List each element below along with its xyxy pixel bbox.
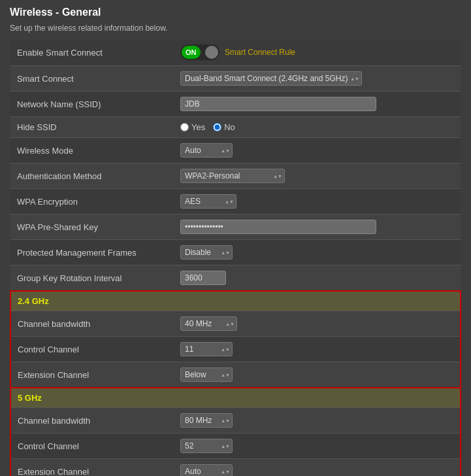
5ghz-channel-bw-select[interactable]: 20 MHz 40 MHz 80 MHz 160 MHz — [180, 413, 233, 428]
wpa-key-input[interactable] — [180, 220, 376, 234]
auth-method-select-wrapper: WPA2-Personal WPA-Personal Open System S… — [180, 169, 285, 183]
hide-ssid-no-radio[interactable] — [213, 123, 221, 131]
wpa-encryption-select-wrapper: AES TKIP TKIP+AES — [180, 194, 236, 209]
table-row: WPA Encryption AES TKIP TKIP+AES — [10, 189, 461, 214]
5ghz-control-channel-wrapper: 36404448 52566064 149153157161165 — [180, 439, 233, 453]
24ghz-extension-channel-control: Above Below — [174, 362, 461, 388]
24ghz-extension-channel-label: Extension Channel — [10, 362, 174, 388]
table-row: Channel bandwidth 20 MHz 40 MHz 80 MHz 1… — [10, 408, 461, 434]
smart-connect-label: Smart Connect — [10, 66, 174, 92]
auth-method-label: Authentication Method — [10, 163, 174, 189]
5ghz-extension-channel-label: Extension Channel — [10, 459, 174, 477]
wpa-encryption-select[interactable]: AES TKIP TKIP+AES — [180, 194, 236, 209]
table-row: Control Channel 12345 678910 11 — [10, 337, 461, 362]
table-row: Smart Connect Dual-Band Smart Connect (2… — [10, 66, 461, 92]
table-row: Protected Management Frames Disable Enab… — [10, 240, 461, 265]
hide-ssid-yes-radio[interactable] — [180, 123, 189, 131]
wpa-encryption-label: WPA Encryption — [10, 189, 174, 214]
hide-ssid-yes[interactable]: Yes — [180, 122, 205, 132]
24ghz-extension-channel-wrapper: Above Below — [180, 367, 233, 382]
24ghz-control-channel-control: 12345 678910 11 — [174, 337, 461, 362]
page-title: Wireless - General — [10, 7, 461, 18]
5ghz-control-channel-control: 36404448 52566064 149153157161165 — [174, 434, 461, 459]
smart-connect-control: Dual-Band Smart Connect (2.4GHz and 5GHz… — [174, 66, 461, 92]
5ghz-extension-channel-wrapper: Auto Above Below — [180, 464, 233, 476]
wpa-encryption-control: AES TKIP TKIP+AES — [174, 189, 461, 214]
wireless-mode-label: Wireless Mode — [10, 138, 174, 163]
wireless-mode-select[interactable]: Auto N only AC only Legacy — [180, 143, 233, 158]
hide-ssid-control: Yes No — [174, 117, 461, 138]
pmf-control: Disable Enable Capable — [174, 240, 461, 265]
group-key-input[interactable] — [180, 271, 226, 285]
24ghz-channel-bw-wrapper: 20 MHz 40 MHz 20/40 MHz — [180, 316, 237, 331]
group-key-label: Group Key Rotation Interval — [10, 265, 174, 292]
toggle-circle — [205, 46, 218, 59]
5ghz-control-channel-label: Control Channel — [10, 434, 174, 459]
table-row: Authentication Method WPA2-Personal WPA-… — [10, 163, 461, 189]
5ghz-channel-bw-control: 20 MHz 40 MHz 80 MHz 160 MHz — [174, 408, 461, 434]
5ghz-channel-bw-label: Channel bandwidth — [10, 408, 174, 434]
toggle-container: ON Smart Connect Rule — [180, 44, 454, 60]
page-subtitle: Set up the wireless related information … — [10, 24, 461, 33]
section-header-24ghz: 2.4 GHz — [10, 291, 461, 311]
page-container: Wireless - General Set up the wireless r… — [0, 0, 471, 476]
24ghz-control-channel-select[interactable]: 12345 678910 11 — [180, 342, 233, 356]
settings-table: Enable Smart Connect ON Smart Connect Ru… — [10, 39, 461, 476]
table-row: WPA Pre-Shared Key — [10, 214, 461, 240]
hide-ssid-yes-label: Yes — [191, 122, 205, 132]
group-key-control — [174, 265, 461, 292]
smart-connect-select[interactable]: Dual-Band Smart Connect (2.4GHz and 5GHz… — [180, 71, 362, 86]
wpa-key-control — [174, 214, 461, 240]
table-row: Hide SSID Yes No — [10, 117, 461, 138]
smart-connect-toggle[interactable]: ON — [180, 44, 219, 60]
enable-smart-connect-label: Enable Smart Connect — [10, 39, 174, 66]
24ghz-control-channel-wrapper: 12345 678910 11 — [180, 342, 233, 356]
pmf-select-wrapper: Disable Enable Capable — [180, 245, 233, 260]
table-row: Network Name (SSID) — [10, 92, 461, 117]
5ghz-control-channel-select[interactable]: 36404448 52566064 149153157161165 — [180, 439, 233, 453]
network-name-input[interactable] — [180, 97, 376, 111]
hide-ssid-no[interactable]: No — [213, 122, 235, 132]
hide-ssid-radio-group: Yes No — [180, 122, 454, 132]
24ghz-control-channel-label: Control Channel — [10, 337, 174, 362]
table-row: Group Key Rotation Interval — [10, 265, 461, 292]
table-row: Control Channel 36404448 52566064 149153… — [10, 434, 461, 459]
auth-method-select[interactable]: WPA2-Personal WPA-Personal Open System S… — [180, 169, 285, 183]
hide-ssid-label: Hide SSID — [10, 117, 174, 138]
5ghz-extension-channel-select[interactable]: Auto Above Below — [180, 464, 233, 476]
section-header-5ghz-label: 5 GHz — [10, 388, 461, 408]
wireless-mode-control: Auto N only AC only Legacy — [174, 138, 461, 163]
section-header-24ghz-label: 2.4 GHz — [10, 291, 461, 311]
smart-connect-rule-link[interactable]: Smart Connect Rule — [225, 48, 295, 57]
wpa-key-label: WPA Pre-Shared Key — [10, 214, 174, 240]
5ghz-extension-channel-control: Auto Above Below — [174, 459, 461, 477]
5ghz-channel-bw-wrapper: 20 MHz 40 MHz 80 MHz 160 MHz — [180, 413, 233, 428]
24ghz-channel-bw-label: Channel bandwidth — [10, 311, 174, 337]
pmf-label: Protected Management Frames — [10, 240, 174, 265]
table-row: Channel bandwidth 20 MHz 40 MHz 20/40 MH… — [10, 311, 461, 337]
24ghz-channel-bw-control: 20 MHz 40 MHz 20/40 MHz — [174, 311, 461, 337]
table-row: Extension Channel Above Below — [10, 362, 461, 388]
table-row: Extension Channel Auto Above Below — [10, 459, 461, 477]
section-header-5ghz: 5 GHz — [10, 388, 461, 408]
smart-connect-select-wrapper: Dual-Band Smart Connect (2.4GHz and 5GHz… — [180, 71, 362, 86]
auth-method-control: WPA2-Personal WPA-Personal Open System S… — [174, 163, 461, 189]
wireless-mode-select-wrapper: Auto N only AC only Legacy — [180, 143, 233, 158]
24ghz-channel-bw-select[interactable]: 20 MHz 40 MHz 20/40 MHz — [180, 316, 237, 331]
network-name-control — [174, 92, 461, 117]
24ghz-extension-channel-select[interactable]: Above Below — [180, 367, 233, 382]
network-name-label: Network Name (SSID) — [10, 92, 174, 117]
table-row: Wireless Mode Auto N only AC only Legacy — [10, 138, 461, 163]
toggle-on-label: ON — [182, 46, 201, 59]
table-row: Enable Smart Connect ON Smart Connect Ru… — [10, 39, 461, 66]
hide-ssid-no-label: No — [224, 122, 235, 132]
enable-smart-connect-control: ON Smart Connect Rule — [174, 39, 461, 66]
pmf-select[interactable]: Disable Enable Capable — [180, 245, 233, 260]
